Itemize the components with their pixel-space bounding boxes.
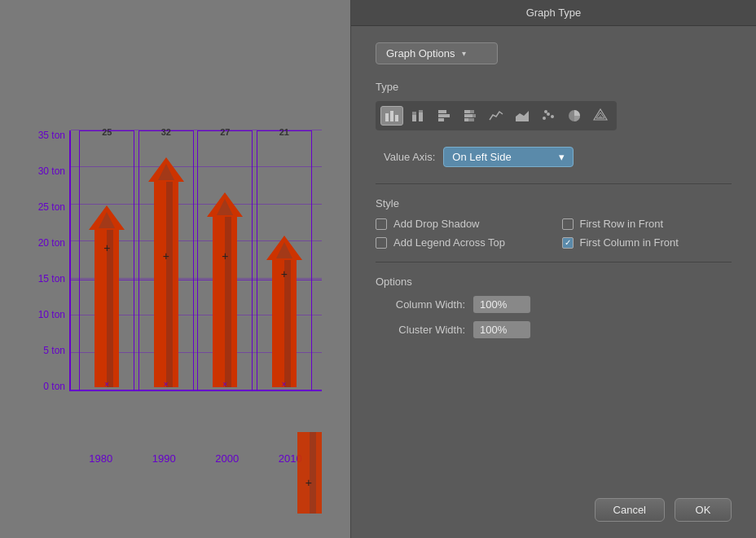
svg-rect-13 [472,114,476,117]
svg-rect-11 [470,110,474,113]
bar-group-1980: 25 × + [79,130,134,391]
svg-point-19 [551,115,554,118]
checkbox-first-col[interactable] [562,237,574,249]
svg-rect-5 [419,112,423,121]
arrowhead-1980 [89,205,125,230]
svg-rect-8 [438,114,450,117]
y-label-0: 0 ton [20,381,65,391]
type-pie[interactable] [563,106,586,126]
checkbox-legend-label: Add Legend Across Top [393,236,505,249]
cluster-width-input[interactable] [473,321,530,338]
type-line[interactable] [485,106,508,126]
svg-point-18 [547,112,550,116]
y-label-10: 10 ton [20,310,65,320]
graph-options-row: Graph Options ▾ [376,42,732,64]
bar-label-2000: 27 [220,127,230,137]
dialog-footer: Cancel OK [351,482,756,538]
x-axis: 1980 1990 2000 2010 [69,452,322,465]
cursor-overflow: + [305,476,312,489]
svg-rect-14 [464,118,468,121]
arrow-1990 [148,157,184,387]
dropdown-arrow-icon: ▾ [462,49,466,58]
divider-2 [376,262,732,262]
value-axis-row: Value Axis: On Left Side ▾ [376,147,732,167]
x-label-2000: 2000 [215,452,239,465]
bar-label-1990: 32 [161,127,171,137]
y-label-25: 25 ton [20,202,65,212]
y-label-20: 20 ton [20,238,65,248]
column-width-input[interactable] [473,296,530,313]
svg-point-17 [543,117,546,120]
arrow-1980 [89,205,125,387]
type-section-label: Type [376,81,732,93]
bar-overflow-2010 [297,432,322,514]
dialog-content: Graph Options ▾ Type [351,26,756,482]
y-label-15: 15 ton [20,274,65,284]
arrowhead-2000 [207,192,243,217]
divider-1 [376,183,732,184]
svg-rect-4 [412,112,416,115]
svg-rect-10 [464,110,470,113]
graph-options-dropdown[interactable]: Graph Options ▾ [376,42,498,64]
checkbox-first-row-row: First Row in Front [562,218,732,230]
svg-rect-6 [419,110,423,112]
options-section-label: Options [376,276,732,288]
ok-button[interactable]: OK [675,498,732,522]
arrowbody-2010 [272,260,297,387]
type-area[interactable] [511,106,534,126]
value-axis-label: Value Axis: [384,151,435,163]
arrowbody-1990 [154,182,178,387]
type-bar-chart[interactable] [380,106,403,126]
type-stacked-bar[interactable] [407,106,429,126]
checkbox-drop-shadow-label: Add Drop Shadow [393,218,480,230]
x-label-1980: 1980 [89,452,112,465]
value-axis-selected: On Left Side [452,151,511,163]
type-horiz-stacked[interactable] [459,106,481,126]
svg-point-20 [544,110,547,113]
checkbox-legend[interactable] [376,237,387,249]
canvas-area: 0 ton 5 ton 10 ton 15 ton 20 ton 25 ton … [0,0,350,538]
style-section-label: Style [376,197,732,209]
svg-rect-9 [438,118,444,121]
arrowbody-1980 [94,230,119,387]
graph-container: 0 ton 5 ton 10 ton 15 ton 20 ton 25 ton … [20,130,330,440]
value-axis-arrow-icon: ▾ [559,151,565,163]
bar-label-2010: 21 [279,127,289,137]
graph-type-icons [376,101,617,130]
bars-area: 25 × + 32 × + 27 [69,130,322,391]
arrowbody-2000 [213,217,237,387]
svg-marker-16 [516,111,529,121]
dialog-titlebar: Graph Type [351,0,756,26]
checkbox-first-row[interactable] [562,218,574,230]
checkbox-first-col-row: First Column in Front [562,236,732,249]
arrow-2010 [266,236,302,387]
bar-shadow-overflow [310,432,316,514]
cancel-button[interactable]: Cancel [595,498,665,522]
checkbox-first-col-label: First Column in Front [580,236,679,249]
y-label-5: 5 ton [20,346,65,355]
type-radar[interactable] [589,106,612,126]
options-fields: Column Width: Cluster Width: [376,296,732,338]
graph-options-label: Graph Options [386,47,455,60]
bar-group-2010: 21 × + [257,130,312,391]
cluster-width-row: Cluster Width: [376,321,732,338]
value-axis-select[interactable]: On Left Side ▾ [443,147,574,167]
type-horiz-bar[interactable] [433,106,455,126]
bar-group-2000: 27 × + [197,130,253,391]
y-axis: 0 ton 5 ton 10 ton 15 ton 20 ton 25 ton … [20,130,65,391]
svg-rect-12 [464,114,472,117]
svg-rect-7 [438,110,446,113]
arrowhead-2010 [266,236,302,260]
style-checkboxes: Add Drop Shadow First Row in Front Add L… [376,218,732,249]
svg-rect-2 [395,115,398,121]
y-label-35: 35 ton [20,130,65,140]
bar-label-1980: 25 [102,127,112,137]
svg-rect-1 [390,111,393,121]
checkbox-drop-shadow[interactable] [376,218,387,230]
svg-rect-3 [412,115,416,121]
graph-type-dialog: Graph Type Graph Options ▾ Type [350,0,756,538]
type-scatter[interactable] [537,106,560,126]
column-width-label: Column Width: [376,298,465,311]
y-label-30: 30 ton [20,166,65,176]
x-label-1990: 1990 [152,452,176,465]
